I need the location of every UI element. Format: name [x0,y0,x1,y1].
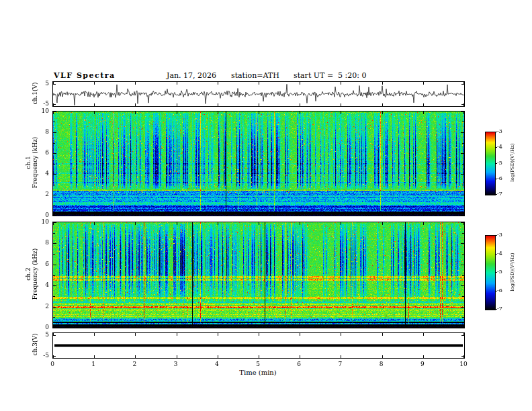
time-tick-label: 2 [133,360,137,368]
tick-mark [462,233,464,234]
tick-mark [53,111,56,112]
ch1-waveform-plot [53,82,464,106]
tick-mark [382,111,383,114]
tick-mark [53,84,56,85]
tick-mark [259,325,259,328]
tick-mark [53,317,55,318]
tick-mark [461,356,464,357]
tick-mark [461,195,464,195]
tick-mark [300,355,300,358]
tick-mark [53,243,56,244]
vlf-spectra-figure: VLF Spectra Jan. 17, 2026 station=ATH st… [0,0,532,411]
tick-mark [461,153,464,154]
tick-mark [495,132,497,132]
tick-mark [423,103,424,106]
tick-mark [259,213,259,216]
tick-mark [461,265,464,265]
tick-mark [177,325,177,328]
tick-mark [423,333,424,336]
tick-mark [495,235,497,236]
ch3v-ytick-label: 5 [34,330,49,338]
tick-mark [94,355,95,358]
tick-mark [382,213,383,216]
ch1-spectrogram-panel [52,111,465,216]
tick-mark [53,132,56,133]
time-tick-label: 7 [339,360,343,368]
figure-title: VLF Spectra [54,71,116,80]
tick-mark [53,174,56,175]
tick-mark [461,132,464,133]
tick-mark [461,335,464,336]
tick-mark [300,103,300,106]
tick-mark [341,333,341,336]
tick-mark [461,307,464,308]
tick-mark [53,195,56,195]
tick-mark [135,333,136,336]
tick-mark [495,163,497,164]
tick-mark [341,222,341,225]
cb1-tick-label: -3 [497,128,502,135]
time-tick-label: 4 [215,360,219,368]
tick-mark [53,296,55,297]
ch2-spectrogram [53,222,464,328]
tick-mark [462,275,464,276]
tick-mark [462,205,464,206]
tick-mark [423,222,424,225]
tick-mark [259,111,259,114]
tick-mark [495,291,497,291]
tick-mark [259,355,259,358]
tick-mark [53,307,56,308]
tick-mark [462,254,464,255]
cb2-tick-label: -3 [497,232,502,238]
cb2-tick-label: -5 [497,269,502,275]
spec1-axis-label-line2: Frequency (kHz) [32,137,38,189]
tick-mark [382,222,383,225]
tick-mark [53,153,56,154]
tick-mark [462,143,464,144]
station-label: station=ATH [231,71,279,80]
date-label: Jan. 17, 2026 [167,71,216,80]
spec1-ytick-label: 6 [34,148,49,156]
colorbar2-label: log(PSD)(V²/Hz) [509,253,516,291]
tick-mark [135,355,136,358]
tick-mark [495,179,497,179]
tick-mark [94,82,95,85]
ch3v-ytick-label: -5 [34,351,49,359]
tick-mark [135,111,136,114]
tick-mark [300,325,300,328]
tick-mark [177,103,177,106]
tick-mark [218,355,218,358]
spec2-ytick-label: 4 [34,281,49,289]
spec2-axis-label-line1: ch.2 [25,248,32,300]
tick-mark [461,111,464,112]
time-tick-label: 6 [297,360,301,368]
spec2-ytick-label: 8 [34,238,49,246]
tick-mark [300,213,300,216]
time-tick-label: 8 [380,360,384,368]
spec1-ytick-label: 10 [34,107,49,115]
spec2-ytick-label: 0 [34,323,49,331]
tick-mark [135,82,136,85]
tick-mark [177,82,177,85]
tick-mark [53,254,55,255]
spec2-axis-label: ch.2 Frequency (kHz) [25,248,38,300]
tick-mark [423,213,424,216]
ch1-spectrogram [53,111,464,216]
tick-mark [461,215,464,216]
tick-mark [53,185,55,185]
tick-mark [382,355,383,358]
tick-mark [94,111,95,114]
tick-mark [53,222,56,223]
colorbar1-label: log(PSD)(V²/Hz) [509,144,516,182]
tick-mark [461,243,464,244]
spec1-ytick-label: 8 [34,128,49,136]
cb2-tick-label: -7 [497,306,502,312]
tick-mark [462,296,464,297]
colorbar-2 [485,235,496,310]
tick-mark [259,82,259,85]
cb1-tick-label: -7 [497,191,502,197]
ch1-voltage-panel [52,81,465,107]
spec1-axis-label: ch.1 Frequency (kHz) [25,137,38,189]
tick-mark [461,327,464,328]
tick-mark [53,215,56,216]
